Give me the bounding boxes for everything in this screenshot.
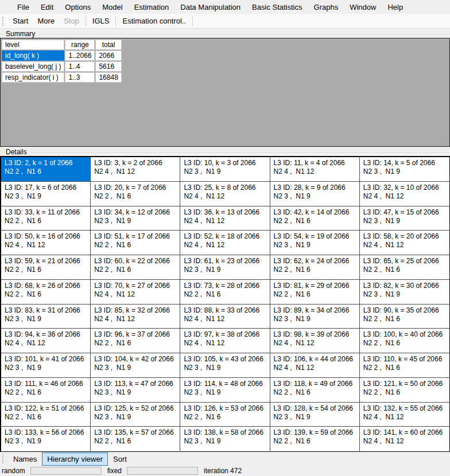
detail-cell[interactable]: L3 ID: 111, k = 46 of 2066 N2 2 , N1 6 xyxy=(1,378,91,403)
detail-cell[interactable]: L3 ID: 17, k = 6 of 2066 N2 3 , N1 9 xyxy=(1,182,91,206)
tab[interactable]: Hierarchy viewer xyxy=(42,452,108,466)
detail-cell[interactable]: L3 ID: 97, k = 38 of 2066 N2 4 , N1 12 xyxy=(180,329,270,353)
tab[interactable]: Names xyxy=(8,452,42,466)
tab[interactable]: Sort xyxy=(108,452,132,466)
detail-cell[interactable]: L3 ID: 73, k = 28 of 2066 N2 2 , N1 6 xyxy=(180,280,270,305)
detail-cell[interactable]: L3 ID: 65, k = 25 of 2066 N2 2 , N1 6 xyxy=(360,255,449,280)
toolbar-button[interactable]: IGLS xyxy=(88,15,114,27)
summary-level-cell[interactable]: resp_indicator( i ) xyxy=(2,72,64,83)
detail-cell[interactable]: L3 ID: 51, k = 17 of 2066 N2 2 , N1 6 xyxy=(91,231,180,255)
detail-cell[interactable]: L3 ID: 132, k = 55 of 2066 N2 4 , N1 12 xyxy=(360,403,449,427)
detail-cell-id-line: L3 ID: 52, k = 18 of 2066 xyxy=(184,232,266,241)
detail-cell[interactable]: L3 ID: 94, k = 36 of 2066 N2 4 , N1 12 xyxy=(1,329,91,353)
detail-cell[interactable]: L3 ID: 36, k = 13 of 2066 N2 4 , N1 12 xyxy=(180,206,270,231)
detail-cell[interactable]: L3 ID: 89, k = 34 of 2066 N2 3 , N1 9 xyxy=(270,305,360,329)
detail-cell[interactable]: L3 ID: 20, k = 7 of 2066 N2 2 , N1 6 xyxy=(91,182,180,206)
detail-cell[interactable]: L3 ID: 125, k = 52 of 2066 N2 3 , N1 9 xyxy=(91,403,180,427)
detail-cell-counts-line: N2 3 , N1 9 xyxy=(184,388,266,397)
detail-cell[interactable]: L3 ID: 121, k = 50 of 2066 N2 2 , N1 6 xyxy=(360,378,449,403)
detail-cell-counts-line: N2 4 , N1 12 xyxy=(94,290,176,299)
detail-cell[interactable]: L3 ID: 47, k = 15 of 2066 N2 3 , N1 9 xyxy=(360,206,449,231)
estimation-toolbar: StartMoreStopIGLSEstimation control.. xyxy=(0,14,450,29)
detail-cell[interactable]: L3 ID: 141, k = 60 of 2066 N2 4 , N1 12 xyxy=(360,427,449,451)
detail-cell[interactable]: L3 ID: 98, k = 39 of 2066 N2 4 , N1 12 xyxy=(270,329,360,353)
summary-total-cell: 5616 xyxy=(95,61,121,72)
toolbar-button[interactable]: Stop xyxy=(59,15,84,27)
menu-item[interactable]: Model xyxy=(96,1,128,14)
summary-row[interactable]: resp_indicator( i ) 1..3 16848 xyxy=(2,72,122,83)
menu-item[interactable]: Estimation xyxy=(129,1,175,14)
detail-cell[interactable]: L3 ID: 122, k = 51 of 2066 N2 2 , N1 6 xyxy=(1,403,91,427)
detail-cell[interactable]: L3 ID: 33, k = 11 of 2066 N2 2 , N1 6 xyxy=(1,206,91,231)
detail-cell[interactable]: L3 ID: 34, k = 12 of 2066 N2 3 , N1 9 xyxy=(91,206,180,231)
detail-cell[interactable]: L3 ID: 104, k = 42 of 2066 N2 3 , N1 9 xyxy=(91,353,180,378)
detail-cell[interactable]: L3 ID: 61, k = 23 of 2066 N2 3 , N1 9 xyxy=(180,255,270,280)
detail-cell[interactable]: L3 ID: 85, k = 32 of 2066 N2 4 , N1 12 xyxy=(91,305,180,329)
detail-cell[interactable]: L3 ID: 25, k = 8 of 2066 N2 4 , N1 12 xyxy=(180,182,270,206)
detail-cell[interactable]: L3 ID: 2, k = 1 of 2066 N2 2 , N1 6 xyxy=(1,157,91,182)
tabbar-grip[interactable] xyxy=(2,454,5,463)
detail-cell[interactable]: L3 ID: 58, k = 20 of 2066 N2 4 , N1 12 xyxy=(360,231,449,255)
detail-cell[interactable]: L3 ID: 128, k = 54 of 2066 N2 3 , N1 9 xyxy=(270,403,360,427)
detail-cell[interactable]: L3 ID: 10, k = 3 of 2066 N2 3 , N1 9 xyxy=(180,157,270,182)
detail-cell[interactable]: L3 ID: 139, k = 59 of 2066 N2 2 , N1 6 xyxy=(270,427,360,451)
detail-cell[interactable]: L3 ID: 50, k = 16 of 2066 N2 4 , N1 12 xyxy=(1,231,91,255)
detail-cell[interactable]: L3 ID: 113, k = 47 of 2066 N2 3 , N1 9 xyxy=(91,378,180,403)
toolbar-button[interactable] xyxy=(192,16,193,26)
detail-cell-counts-line: N2 4 , N1 12 xyxy=(5,339,87,348)
detail-cell-counts-line: N2 2 , N1 6 xyxy=(5,217,87,225)
detail-cell-id-line: L3 ID: 100, k = 40 of 2066 xyxy=(363,330,446,339)
detail-cell[interactable]: L3 ID: 60, k = 22 of 2066 N2 2 , N1 6 xyxy=(91,255,180,280)
summary-row[interactable]: baselevel_long( j ) 1..4 5616 xyxy=(2,61,122,72)
detail-cell[interactable]: L3 ID: 14, k = 5 of 2066 N2 3 , N1 9 xyxy=(360,157,449,182)
detail-cell[interactable]: L3 ID: 59, k = 21 of 2066 N2 2 , N1 6 xyxy=(1,255,91,280)
menu-item[interactable]: File xyxy=(11,1,35,14)
detail-cell[interactable]: L3 ID: 42, k = 14 of 2066 N2 2 , N1 6 xyxy=(270,206,360,231)
menu-item[interactable]: Help xyxy=(382,1,409,14)
toolbar-button[interactable]: Estimation control.. xyxy=(118,15,191,27)
detail-cell[interactable]: L3 ID: 90, k = 35 of 2066 N2 2 , N1 6 xyxy=(360,305,449,329)
toolbar-button[interactable] xyxy=(115,16,116,26)
toolbar-button[interactable]: More xyxy=(33,15,59,27)
summary-level-cell[interactable]: id_long( k ) xyxy=(2,50,64,61)
detail-cell[interactable]: L3 ID: 62, k = 24 of 2066 N2 2 , N1 6 xyxy=(270,255,360,280)
detail-cell[interactable]: L3 ID: 105, k = 43 of 2066 N2 3 , N1 9 xyxy=(180,353,270,378)
detail-cell-id-line: L3 ID: 132, k = 55 of 2066 xyxy=(363,404,446,413)
toolbar-button[interactable]: Start xyxy=(8,15,33,27)
detail-cell[interactable]: L3 ID: 135, k = 57 of 2066 N2 2 , N1 6 xyxy=(91,427,180,451)
detail-cell[interactable]: L3 ID: 106, k = 44 of 2066 N2 4 , N1 12 xyxy=(270,353,360,378)
detail-cell[interactable]: L3 ID: 3, k = 2 of 2066 N2 4 , N1 12 xyxy=(91,157,180,182)
detail-cell[interactable]: L3 ID: 70, k = 27 of 2066 N2 4 , N1 12 xyxy=(91,280,180,305)
summary-level-cell[interactable]: baselevel_long( j ) xyxy=(2,61,64,72)
detail-cell[interactable]: L3 ID: 110, k = 45 of 2066 N2 2 , N1 6 xyxy=(360,353,449,378)
detail-cell[interactable]: L3 ID: 54, k = 19 of 2066 N2 3 , N1 9 xyxy=(270,231,360,255)
detail-cell[interactable]: L3 ID: 81, k = 29 of 2066 N2 2 , N1 6 xyxy=(270,280,360,305)
menu-item[interactable]: Window xyxy=(344,1,382,14)
summary-row[interactable]: id_long( k ) 1..2066 2066 xyxy=(2,50,122,61)
toolbar-button[interactable] xyxy=(86,16,86,26)
menu-item[interactable]: Basic Statistics xyxy=(246,1,308,14)
menu-item[interactable]: Options xyxy=(59,1,96,14)
detail-cell[interactable]: L3 ID: 133, k = 56 of 2066 N2 3 , N1 9 xyxy=(1,427,91,451)
detail-cell[interactable]: L3 ID: 32, k = 10 of 2066 N2 4 , N1 12 xyxy=(360,182,449,206)
menu-item[interactable]: Graphs xyxy=(308,1,344,14)
detail-cell[interactable]: L3 ID: 68, k = 26 of 2066 N2 2 , N1 6 xyxy=(1,280,91,305)
toolbar-grip[interactable] xyxy=(2,17,5,26)
detail-cell[interactable]: L3 ID: 52, k = 18 of 2066 N2 4 , N1 12 xyxy=(180,231,270,255)
detail-cell[interactable]: L3 ID: 83, k = 31 of 2066 N2 3 , N1 9 xyxy=(1,305,91,329)
detail-cell[interactable]: L3 ID: 96, k = 37 of 2066 N2 2 , N1 6 xyxy=(91,329,180,353)
detail-cell-counts-line: N2 2 , N1 6 xyxy=(94,241,176,249)
detail-cell[interactable]: L3 ID: 101, k = 41 of 2066 N2 3 , N1 9 xyxy=(1,353,91,378)
detail-cell[interactable]: L3 ID: 28, k = 9 of 2066 N2 3 , N1 9 xyxy=(270,182,360,206)
detail-cell[interactable]: L3 ID: 138, k = 58 of 2066 N2 3 , N1 9 xyxy=(180,427,270,451)
detail-cell[interactable]: L3 ID: 100, k = 40 of 2066 N2 2 , N1 6 xyxy=(360,329,449,353)
detail-cell-id-line: L3 ID: 28, k = 9 of 2066 xyxy=(274,184,356,192)
detail-cell[interactable]: L3 ID: 114, k = 48 of 2066 N2 3 , N1 9 xyxy=(180,378,270,403)
menu-item[interactable]: Data Manipulation xyxy=(174,1,246,14)
detail-cell[interactable]: L3 ID: 11, k = 4 of 2066 N2 4 , N1 12 xyxy=(270,157,360,182)
menu-item[interactable]: Edit xyxy=(35,1,59,14)
detail-cell[interactable]: L3 ID: 88, k = 33 of 2066 N2 4 , N1 12 xyxy=(180,305,270,329)
detail-cell[interactable]: L3 ID: 118, k = 49 of 2066 N2 2 , N1 6 xyxy=(270,378,360,403)
detail-cell[interactable]: L3 ID: 82, k = 30 of 2066 N2 3 , N1 9 xyxy=(360,280,449,305)
detail-cell[interactable]: L3 ID: 126, k = 53 of 2066 N2 2 , N1 6 xyxy=(180,403,270,427)
